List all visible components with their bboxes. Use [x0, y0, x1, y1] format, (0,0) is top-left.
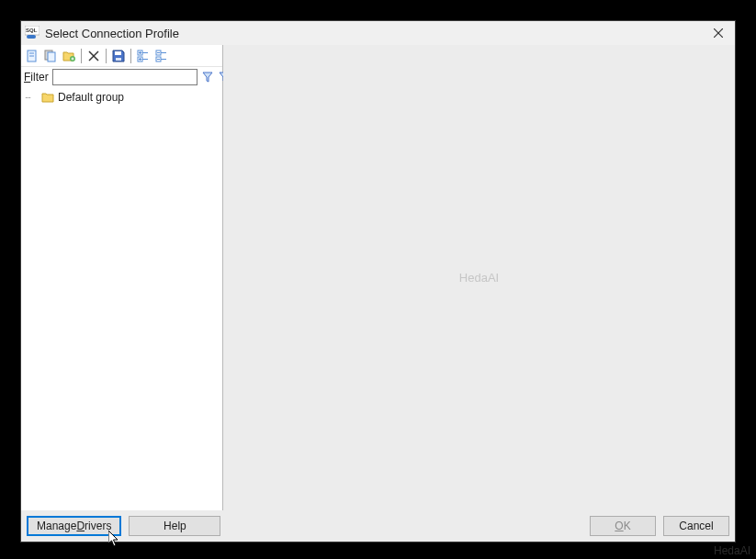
tree-connector: ····: [25, 93, 38, 102]
toolbar-separator: [81, 49, 82, 63]
folder-icon: [41, 91, 54, 104]
new-profile-button[interactable]: [24, 48, 40, 64]
copy-profile-button[interactable]: [42, 48, 59, 64]
svg-rect-9: [48, 52, 55, 61]
filter-input[interactable]: [52, 69, 197, 85]
button-row: Manage Drivers Help OK Cancel: [21, 510, 735, 542]
save-button[interactable]: [110, 48, 127, 64]
left-panel: Filter: [21, 45, 223, 510]
svg-text:SQL: SQL: [26, 28, 38, 33]
manage-drivers-button[interactable]: Manage Drivers: [27, 516, 121, 536]
tree-item-label: Default group: [58, 91, 124, 104]
new-profile-icon: [25, 49, 39, 63]
corner-watermark: HedaAI: [714, 544, 750, 557]
svg-rect-15: [115, 51, 121, 55]
dialog-window: SQL Select Connection Profile: [20, 20, 736, 542]
toolbar-separator: [106, 49, 107, 63]
apply-filter-button[interactable]: [201, 70, 214, 84]
cancel-button[interactable]: Cancel: [663, 516, 729, 536]
new-group-button[interactable]: [61, 48, 77, 64]
ok-button[interactable]: OK: [590, 516, 656, 536]
filter-label: Filter: [24, 71, 49, 84]
help-button[interactable]: Help: [129, 516, 220, 536]
collapse-all-button[interactable]: [153, 48, 170, 64]
close-icon: [714, 28, 723, 38]
collapse-all-icon: [154, 49, 169, 63]
copy-profile-icon: [43, 49, 58, 63]
toolbar: [21, 45, 222, 67]
delete-icon: [87, 50, 100, 62]
svg-rect-2: [27, 35, 36, 39]
expand-all-button[interactable]: [135, 48, 152, 64]
watermark: HedaAI: [459, 271, 499, 285]
toolbar-separator: [130, 49, 131, 63]
window-title: Select Connection Profile: [45, 27, 179, 40]
save-icon: [111, 49, 126, 63]
detail-panel: HedaAI: [223, 45, 735, 510]
main-row: Filter: [21, 45, 735, 510]
profile-tree[interactable]: ···· Default group: [21, 87, 222, 510]
expand-all-icon: [136, 49, 151, 63]
app-icon: SQL: [25, 26, 39, 40]
filter-row: Filter: [21, 67, 222, 87]
funnel-icon: [201, 71, 214, 84]
folder-plus-icon: [62, 49, 76, 63]
svg-rect-16: [116, 58, 121, 61]
client-area: Filter: [21, 45, 735, 542]
tree-item-default-group[interactable]: ···· Default group: [25, 90, 219, 105]
close-button[interactable]: [705, 23, 731, 43]
titlebar: SQL Select Connection Profile: [21, 21, 735, 45]
delete-button[interactable]: [85, 48, 102, 64]
